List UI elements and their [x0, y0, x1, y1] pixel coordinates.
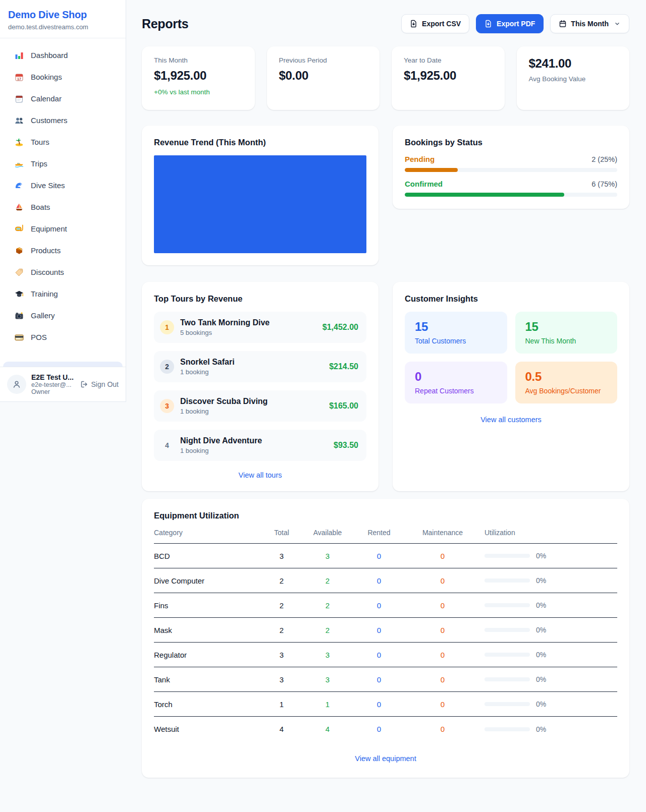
sidebar-item-calendar[interactable]: Calendar: [5, 88, 121, 109]
top-tours-title: Top Tours by Revenue: [154, 294, 366, 304]
equipment-category: Tank: [154, 675, 259, 684]
tour-revenue: $214.50: [329, 362, 358, 371]
status-row-confirmed: Confirmed6 (75%): [405, 180, 617, 197]
table-row: BCD33000%: [154, 544, 617, 568]
revenue-trend-card: Revenue Trend (This Month): [142, 126, 379, 265]
equipment-category: BCD: [154, 552, 259, 560]
stat-value: $1,925.00: [404, 69, 493, 83]
sidebar-item-gallery[interactable]: Gallery: [5, 305, 121, 326]
equipment-rented: 0: [351, 700, 407, 709]
utilization-percent: 0%: [536, 626, 546, 634]
equipment-utilization: 0%: [478, 576, 617, 585]
equipment-utilization: 0%: [478, 675, 617, 683]
table-row: Wetsuit44000%: [154, 717, 617, 741]
user-email: e2e-tester@...: [31, 381, 75, 388]
sidebar-item-trips[interactable]: Trips: [5, 153, 121, 175]
equipment-total: 2: [259, 601, 304, 610]
utilization-percent: 0%: [536, 601, 546, 609]
export-pdf-button[interactable]: Export PDF: [476, 14, 544, 33]
equipment-maintenance: 0: [407, 651, 478, 659]
sidebar-item-tours[interactable]: Tours: [5, 131, 121, 153]
sidebar-item-training[interactable]: Training: [5, 283, 121, 305]
view-all-equipment-link[interactable]: View all equipment: [355, 755, 416, 763]
period-dropdown[interactable]: This Month: [550, 14, 629, 33]
sidebar-item-label: Boats: [31, 203, 50, 211]
status-bar-track: [405, 193, 617, 197]
tour-list: 1Two Tank Morning Dive5 bookings$1,452.0…: [154, 312, 366, 461]
table-row: Mask22000%: [154, 618, 617, 643]
sidebar-item-discounts[interactable]: Discounts: [5, 261, 121, 283]
tour-row-night-dive-adventure: 4Night Dive Adventure1 booking$93.50: [154, 430, 366, 461]
dive-mask-icon: [14, 224, 24, 234]
user-meta: E2E Test U... e2e-tester@... Owner: [31, 373, 75, 395]
equipment-category: Regulator: [154, 651, 259, 659]
credit-card-icon: [14, 332, 24, 342]
insight-tile-total-customers: 15Total Customers: [405, 312, 507, 354]
main-content: Reports Export CSV Export: [126, 0, 646, 778]
view-all-customers-link[interactable]: View all customers: [480, 416, 542, 424]
sidebar-item-customers[interactable]: Customers: [5, 109, 121, 131]
people-icon: [14, 115, 24, 126]
tag-icon: [14, 267, 24, 277]
user-name: E2E Test U...: [31, 373, 75, 381]
equipment-col-utilization: Utilization: [478, 529, 617, 537]
stat-value: $0.00: [279, 69, 368, 83]
tour-name: Discover Scuba Diving: [180, 397, 267, 406]
status-row-pending: Pending2 (25%): [405, 155, 617, 172]
file-download-icon: [410, 20, 418, 28]
graduation-cap-icon: [14, 289, 24, 299]
tour-meta: Night Dive Adventure1 booking: [180, 436, 262, 454]
equipment-col-rented: Rented: [351, 529, 407, 537]
sidebar-item-bookings[interactable]: 17Bookings: [5, 66, 121, 88]
tour-name: Snorkel Safari: [180, 358, 235, 367]
status-bar-track: [405, 168, 617, 172]
sidebar-item-equipment[interactable]: Equipment: [5, 218, 121, 240]
equipment-rented: 0: [351, 651, 407, 659]
customer-insights-title: Customer Insights: [405, 294, 617, 304]
stat-card-this-month: This Month$1,925.00+0% vs last month: [142, 46, 255, 110]
logo-block: Demo Dive Shop demo.test.divestreams.com: [0, 0, 126, 38]
chevron-down-icon: [614, 20, 621, 27]
sidebar-item-label: Dashboard: [31, 51, 68, 60]
equipment-table-body: BCD33000%Dive Computer22000%Fins22000%Ma…: [154, 544, 617, 741]
equipment-category: Wetsuit: [154, 725, 259, 733]
sign-out-button[interactable]: Sign Out: [80, 380, 119, 388]
view-all-tours-link[interactable]: View all tours: [239, 471, 282, 479]
customer-insights-card: Customer Insights 15Total Customers15New…: [393, 282, 629, 491]
insight-tiles: 15Total Customers15New This Month0Repeat…: [405, 312, 617, 403]
export-csv-button[interactable]: Export CSV: [401, 14, 469, 33]
equipment-total: 2: [259, 576, 304, 585]
tour-bookings-count: 1 booking: [180, 408, 267, 415]
utilization-bar: [484, 628, 530, 632]
insight-label: New This Month: [525, 337, 608, 345]
sign-out-icon: [80, 380, 88, 388]
bar-chart-icon: [14, 50, 24, 61]
equipment-table-header: CategoryTotalAvailableRentedMaintenanceU…: [154, 520, 617, 544]
equipment-utilization: 0%: [478, 552, 617, 560]
equipment-category: Torch: [154, 700, 259, 709]
insight-label: Avg Bookings/Customer: [525, 387, 608, 395]
equipment-available: 2: [304, 626, 351, 634]
tour-revenue: $165.00: [329, 401, 358, 411]
sidebar-item-pos[interactable]: POS: [5, 326, 121, 348]
sidebar-item-boats[interactable]: Boats: [5, 196, 121, 218]
user-section: E2E Test U... e2e-tester@... Owner Sign …: [0, 367, 126, 401]
equipment-col-maintenance: Maintenance: [407, 529, 478, 537]
equipment-utilization: 0%: [478, 601, 617, 609]
stat-label: Avg Booking Value: [529, 75, 618, 83]
bookings-by-status-card: Bookings by Status Pending2 (25%)Confirm…: [393, 126, 629, 209]
table-row: Fins22000%: [154, 593, 617, 618]
rank-badge: 2: [160, 360, 174, 374]
sidebar-item-label: Calendar: [31, 94, 62, 103]
sidebar-item-products[interactable]: Products: [5, 240, 121, 261]
sidebar-item-reports-partial[interactable]: [3, 362, 123, 367]
rank-badge: 3: [160, 399, 174, 413]
sidebar-item-label: Discounts: [31, 268, 64, 276]
status-bar-fill: [405, 168, 458, 172]
equipment-available: 3: [304, 675, 351, 684]
sidebar-item-dashboard[interactable]: Dashboard: [5, 44, 121, 66]
utilization-percent: 0%: [536, 700, 546, 708]
rank-badge: 1: [160, 320, 174, 334]
insight-value: 15: [415, 320, 497, 334]
sidebar-item-dive-sites[interactable]: Dive Sites: [5, 175, 121, 196]
